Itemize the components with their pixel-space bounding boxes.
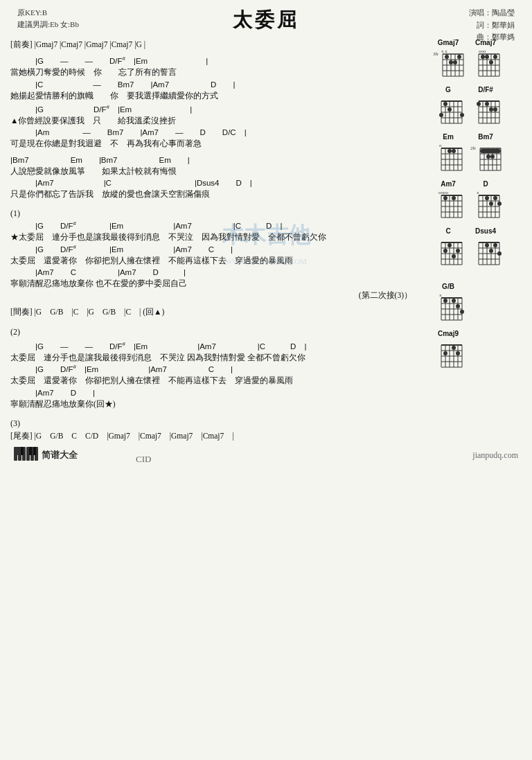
svg-rect-191 [33,447,36,455]
chord-c: C [432,227,465,269]
svg-text:x x: x x [441,48,447,54]
svg-point-60 [485,102,489,106]
s2-chord2: |G D/F# |Em |Am7 C | [10,364,426,375]
chord-am7: Am7 oooo [432,180,465,222]
chord-row-5: C [432,227,522,269]
logo-text: 简谱大全 [42,449,78,461]
svg-point-61 [489,107,493,112]
interlude-label: [間奏] [10,308,33,316]
chord-row-3: Em o [432,133,522,175]
intro-chords: |Gmaj7 |Cmaj7 |Gmaj7 |Cmaj7 |G | [35,40,145,48]
svg-point-59 [477,102,481,106]
s1-chord3: |Am7 C |Am7 D | [10,267,426,278]
song-title: 太委屈 [233,7,299,33]
s2-chord3: |Am7 D | [10,387,426,398]
svg-point-13 [445,55,449,59]
logo-left: 简谱大全 [14,447,78,463]
svg-point-118 [485,196,489,200]
interlude-chords: |G G/B |C |G G/B |C | (回▲) [35,308,165,316]
chord-row-7: Cmaj9 [432,330,522,371]
chord-g: G [432,86,465,127]
svg-point-29 [481,55,485,59]
cid-label: CID [136,454,151,465]
s1-note: (第二次接(3)） [10,290,426,301]
v1-chord1: |G — — D/F# |Em | [10,55,426,67]
svg-rect-189 [21,447,24,455]
header: 原KEY:B 建議男調:Eb 女:Bb 太委屈 演唱：陶晶瑩 詞：鄭華娟 曲：鄭… [10,7,522,33]
s2-lyric3: 寧願清醒忍痛地放棄你(回★) [10,398,426,410]
svg-point-120 [493,196,497,200]
interlude-line: [間奏] |G G/B |C |G G/B |C | (回▲) [10,306,426,318]
svg-point-135 [452,254,456,258]
s2-lyric2: 太委屈 還愛著你 你卻把別人擁在懷裡 不能再這樣下去 穿過愛的暴風雨 [10,375,426,387]
suggested-key: 建議男調:Eb 女:Bb [17,19,79,30]
s1-chord1: |G D/F# |Em |Am7 |C D | [10,220,426,231]
svg-point-76 [452,149,456,153]
main-content: [前奏] |Gmaj7 |Cmaj7 |Gmaj7 |Cmaj7 |G | |G… [10,39,522,443]
svg-rect-188 [17,447,19,455]
svg-point-105 [452,196,456,200]
svg-rect-89 [480,149,501,153]
svg-point-134 [447,243,452,247]
svg-point-15 [453,60,457,64]
svg-point-149 [489,249,493,253]
intro-line: [前奏] |Gmaj7 |Cmaj7 |Gmaj7 |Cmaj7 |G | [10,39,426,51]
svg-point-62 [493,107,497,112]
s1-lyric3: 寧願清醒忍痛地放棄你 也不在愛的夢中委屈自己 [10,278,426,290]
section2-num: (2) [10,327,426,337]
svg-point-32 [493,55,497,59]
svg-point-47 [460,113,464,117]
svg-point-121 [497,202,502,206]
section3-num: (3) [10,418,426,429]
intro-label: [前奏] [10,40,33,48]
svg-point-133 [443,249,447,253]
v1-chord2: |C — Bm7 |Am7 D | [10,79,426,90]
s2-chord1: |G — — D/F# |Em |Am7 |C D | [10,341,426,352]
svg-text:ooo: ooo [479,48,486,54]
svg-point-104 [443,196,447,200]
svg-point-150 [493,243,497,247]
outro-label: [尾奏] [10,432,33,440]
page: 木木吉他 WWW.MUMU吉他.COM 原KEY:B 建議男調:Eb 女:Bb … [0,0,532,470]
bridge-chord2: |Am7 |C |Dsus4 D | [10,177,426,188]
s2-lyric1: 太委屈 連分手也是讓我最後得到消息 不哭泣 因為我對情對愛 全都不曾虧欠你 [10,352,426,364]
svg-text:x: x [477,190,479,195]
chord-row-6: G/B x [432,283,522,324]
lyrics-section: [前奏] |Gmaj7 |Cmaj7 |Gmaj7 |Cmaj7 |G | |G… [10,39,426,443]
v1-chord4: |Am — Bm7 |Am7 — D D/C | [10,127,426,138]
s1-chord2: |G D/F# |Em |Am7 C | [10,244,426,255]
svg-rect-190 [29,447,32,455]
bottom-logos: 简谱大全 CID jianpudq.com [10,447,522,463]
chord-dsus4: Dsus4 [469,227,502,269]
s1-lyric2: 太委屈 還愛著你 你卻把別人擁在懷裡 不能再這樣下去 穿過愛的暴風雨 [10,255,426,267]
v1-lyric2: 她揚起愛情勝利的旗幟 你 要我選擇繼續愛你的方式 [10,90,426,102]
key-info: 原KEY:B 建議男調:Eb 女:Bb [17,7,79,30]
svg-point-179 [443,351,447,355]
svg-point-148 [485,243,489,247]
chord-gmaj7: Gmaj7 3fr x x [432,39,465,80]
outro-chords: |G G/B C C/D |Gmaj7 |Cmaj7 |Gmaj7 |Cmaj7… [35,432,234,440]
svg-point-31 [489,60,493,64]
svg-text:oooo: oooo [438,190,449,195]
svg-point-16 [457,55,461,59]
svg-point-44 [439,113,443,117]
svg-point-180 [452,346,456,350]
svg-point-167 [460,310,464,314]
svg-point-165 [452,299,456,303]
singer: 演唱：陶晶瑩 [469,7,515,19]
svg-point-166 [456,304,460,308]
chord-em: Em o [432,133,465,175]
piano-icon [14,447,39,463]
v1-chord3: |G D/F# |Em | [10,104,426,115]
chord-row-2: G [432,86,522,127]
svg-point-151 [497,251,502,256]
chord-row-4: Am7 oooo [432,180,522,222]
credits: 演唱：陶晶瑩 詞：鄭華娟 曲：鄭華媽 [469,7,515,44]
v1-lyric3: ▲你曾經說要保護我 只 給我溫柔沒挫折 [10,115,426,127]
original-key: 原KEY:B [17,7,79,19]
svg-point-46 [447,107,452,112]
svg-point-91 [490,154,495,159]
lyrics-credit: 詞：鄭華娟 [469,19,515,32]
outro-line: [尾奏] |G G/B C C/D |Gmaj7 |Cmaj7 |Gmaj7 |… [10,430,426,442]
website-url: jianpudq.com [472,450,518,461]
